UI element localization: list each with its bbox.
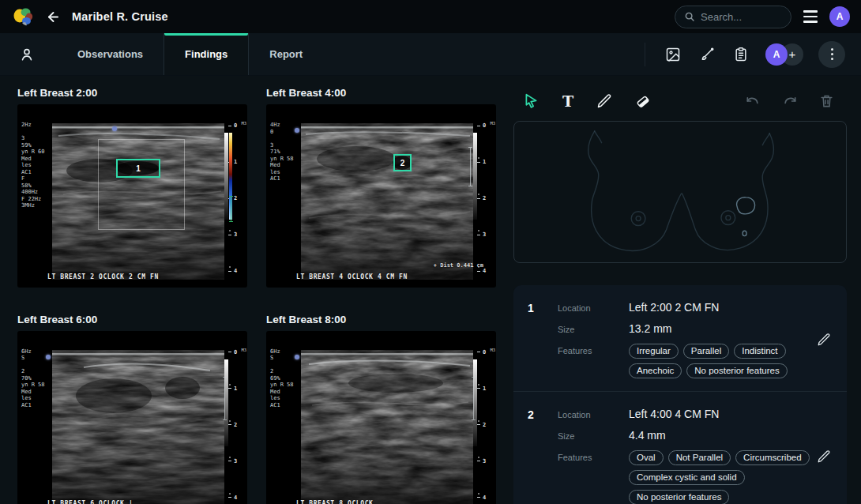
probe-marker-icon (112, 126, 117, 131)
text-tool-button[interactable]: T (561, 92, 575, 111)
feature-chip: Oval (629, 450, 664, 465)
breast-diagram-drawing (514, 122, 846, 262)
menu-icon (803, 10, 818, 12)
images-button[interactable] (664, 45, 682, 64)
annotate-button[interactable] (697, 45, 716, 64)
edit-wrap (812, 301, 833, 378)
gray-map-label: M3 (490, 121, 495, 126)
tab-bar: Observations Findings Report A + (0, 33, 861, 76)
grayscale-bar (224, 133, 228, 220)
finding-number: 1 (528, 301, 558, 378)
location-label: Location (558, 303, 629, 313)
tab-actions: A + (645, 33, 861, 75)
features-label: Features (558, 453, 629, 462)
edit-pencil-icon (817, 449, 831, 464)
tab-report[interactable]: Report (249, 33, 323, 75)
edit-wrap (812, 408, 833, 504)
annotation-box-2[interactable]: 2 (393, 154, 412, 171)
location-label: Location (558, 410, 629, 419)
report-button[interactable] (731, 45, 750, 64)
redo-button[interactable] (780, 92, 799, 111)
collaborator-avatar[interactable]: A (765, 43, 788, 66)
gray-map-label: M3 (490, 348, 495, 352)
edit-finding-1-button[interactable] (815, 301, 833, 378)
eraser-icon (635, 93, 651, 109)
top-bar: Maribel R. Cruise A (0, 0, 861, 33)
patient-icon-wrap[interactable] (19, 33, 35, 75)
tab-findings[interactable]: Findings (164, 33, 249, 75)
pencil-tool-button[interactable] (595, 92, 614, 111)
finding-details: Location Left 4:00 4 CM FN Size 4.4 mm F… (558, 408, 812, 504)
ultrasound-texture (301, 350, 473, 504)
depth-ruler: 0 1 2 3 4 (477, 125, 493, 275)
breast-diagram[interactable] (513, 121, 847, 263)
back-arrow-icon (46, 9, 61, 24)
ultrasound-image[interactable]: 6Hz S 2 70% yn R 58 Med les AC1 0 1 2 3 … (17, 331, 247, 504)
tab-observations[interactable]: Observations (57, 33, 164, 75)
ultrasound-texture (52, 350, 224, 504)
panel-title: Left Breast 2:00 (17, 87, 247, 99)
brush-icon (699, 47, 715, 62)
location-value: Left 2:00 2 CM FN (629, 301, 812, 314)
edit-pencil-icon (817, 333, 831, 347)
feature-chip: Circumscribed (735, 450, 810, 465)
feature-chip: No posterior features (686, 363, 787, 378)
ultrasound-grid: Left Breast 2:00 2Hz 3 59% yn R 60 Med l… (17, 84, 496, 504)
more-options-button[interactable] (818, 41, 845, 68)
ultrasound-parameters: 6Hz S 2 70% yn R 58 Med les AC1 (21, 348, 45, 409)
back-button[interactable] (44, 8, 62, 26)
user-avatar[interactable]: A (829, 6, 850, 27)
depth-ruler: 0 1 2 3 4 (477, 352, 493, 502)
probe-marker-icon (46, 355, 51, 359)
caliper-marker (231, 196, 231, 222)
ultrasound-panel-left-6: Left Breast 6:00 6Hz S 2 70% yn R 58 Med… (17, 310, 247, 504)
feature-chip: Not Parallel (668, 450, 731, 465)
caliper-marker (470, 147, 471, 186)
caliper-marker (224, 377, 225, 420)
redo-icon (782, 93, 798, 109)
panel-title: Left Breast 4:00 (266, 87, 496, 99)
kebab-icon (831, 48, 833, 51)
depth-ruler: 0 1 2 3 4 (228, 352, 244, 502)
location-value: Left 4:00 4 CM FN (629, 408, 812, 420)
undo-button[interactable] (743, 92, 762, 111)
select-tool-button[interactable] (521, 91, 541, 111)
eraser-tool-button[interactable] (634, 92, 652, 111)
undo-icon (745, 93, 761, 109)
panel-title: Left Breast 8:00 (266, 314, 496, 325)
drawing-toolbar: T (513, 84, 847, 121)
pencil-icon (596, 93, 612, 109)
finding-row-2[interactable]: 2 Location Left 4:00 4 CM FN Size 4.4 mm… (513, 391, 847, 504)
search-input[interactable] (701, 11, 782, 23)
delete-button[interactable] (818, 92, 836, 110)
panel-title: Left Breast 6:00 (17, 314, 247, 325)
distance-label: + Dist 0.441 cm (434, 262, 483, 269)
finding-row-1[interactable]: 1 Location Left 2:00 2 CM FN Size 13.2 m… (513, 285, 847, 391)
main-content: Left Breast 2:00 2Hz 3 59% yn R 60 Med l… (0, 76, 861, 504)
feature-chip: Indistinct (734, 344, 785, 359)
search-box[interactable] (675, 6, 791, 28)
edit-finding-2-button[interactable] (815, 408, 833, 504)
finding-number: 2 (528, 408, 558, 504)
ultrasound-parameters: 6Hz S 2 69% yn R 58 Med les AC1 (270, 348, 294, 409)
feature-chip: Complex cystic and solid (629, 470, 745, 485)
text-tool-icon: T (562, 93, 573, 109)
findings-sidebar: T (513, 84, 847, 504)
cursor-icon (523, 92, 540, 109)
ultrasound-image[interactable]: 2Hz 3 59% yn R 60 Med les AC1 F 58% 400H… (17, 104, 247, 288)
image-caption: LT BREAST 4 OCLOCK 4 CM FN (296, 273, 408, 280)
image-caption: LT BREAST 2 OCLOCK 2 CM FN (47, 273, 159, 280)
page-title: Maribel R. Cruise (72, 10, 168, 23)
tabs: Observations Findings Report (57, 33, 323, 75)
gray-map-label: M3 (241, 121, 246, 126)
features-label: Features (558, 346, 629, 355)
menu-button[interactable] (801, 8, 820, 24)
grayscale-bar (473, 133, 477, 220)
image-caption: LT BREAST 8 OCLOCK (296, 500, 374, 504)
ultrasound-panel-left-4: Left Breast 4:00 4Hz 0 3 71% yn R 58 Med… (266, 84, 496, 291)
ultrasound-panel-left-8: Left Breast 8:00 6Hz S 2 69% yn R 58 Med… (266, 310, 496, 504)
size-label: Size (558, 325, 629, 334)
annotation-box-1[interactable]: 1 (116, 159, 160, 178)
ultrasound-image[interactable]: 6Hz S 2 69% yn R 58 Med les AC1 0 1 2 3 … (266, 331, 496, 504)
ultrasound-image[interactable]: 4Hz 0 3 71% yn R 58 Med les AC1 2 0 1 2 … (266, 104, 496, 288)
